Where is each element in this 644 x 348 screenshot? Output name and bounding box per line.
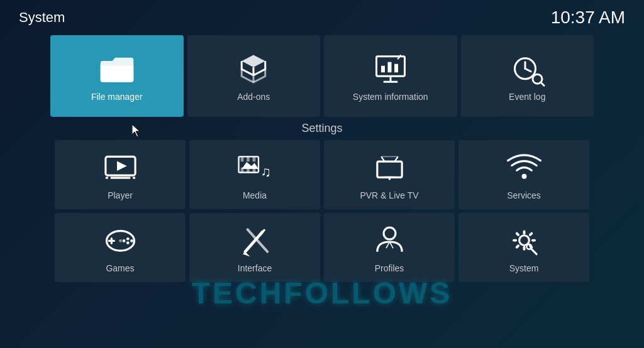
- services-icon: [505, 149, 543, 187]
- svg-point-40: [126, 241, 129, 244]
- header: System 10:37 AM: [0, 0, 644, 35]
- top-tiles-row: File manager Add-ons: [0, 35, 644, 117]
- event-log-icon: [508, 50, 546, 88]
- profiles-label: Profiles: [375, 263, 404, 273]
- svg-line-14: [541, 82, 544, 85]
- tile-system-information[interactable]: System information: [324, 35, 457, 117]
- profiles-icon: [370, 222, 408, 259]
- svg-point-38: [126, 237, 129, 241]
- svg-rect-22: [247, 156, 250, 161]
- system-label: System: [509, 263, 539, 273]
- svg-marker-16: [117, 161, 127, 171]
- svg-point-42: [119, 239, 122, 242]
- tile-system[interactable]: System: [458, 213, 589, 282]
- games-icon: [101, 222, 139, 259]
- svg-point-41: [122, 239, 125, 242]
- settings-row-2: Games Interface: [50, 213, 594, 282]
- page-title: System: [19, 9, 65, 26]
- svg-point-50: [519, 236, 529, 246]
- system-icon: [505, 222, 543, 259]
- pvr-live-tv-icon: [370, 149, 408, 187]
- tile-file-manager[interactable]: File manager: [50, 35, 184, 117]
- system-information-icon: [372, 50, 409, 88]
- player-label: Player: [108, 190, 133, 200]
- svg-line-46: [247, 229, 267, 251]
- player-icon: [101, 149, 139, 187]
- tile-games[interactable]: Games: [55, 213, 186, 282]
- file-manager-label: File manager: [91, 92, 143, 102]
- pvr-live-tv-label: PVR & Live TV: [360, 190, 418, 200]
- svg-rect-21: [240, 156, 243, 161]
- add-ons-label: Add-ons: [237, 92, 270, 102]
- services-label: Services: [507, 190, 541, 200]
- tile-player[interactable]: Player: [55, 140, 186, 209]
- svg-marker-0: [242, 55, 266, 68]
- settings-grid: Player ♫ Media: [0, 140, 644, 282]
- svg-point-34: [521, 174, 526, 179]
- tile-services[interactable]: Services: [458, 140, 589, 209]
- interface-label: Interface: [238, 263, 272, 273]
- event-log-label: Event log: [509, 92, 545, 102]
- tile-interface[interactable]: Interface: [189, 213, 320, 282]
- svg-point-39: [130, 239, 133, 242]
- system-information-label: System information: [353, 92, 428, 102]
- svg-rect-8: [394, 64, 398, 73]
- svg-rect-23: [252, 156, 255, 161]
- svg-rect-7: [387, 62, 391, 73]
- media-icon: ♫: [236, 149, 274, 187]
- settings-section-title: Settings: [0, 122, 644, 135]
- add-ons-icon: [235, 50, 272, 88]
- svg-point-47: [384, 227, 396, 239]
- tile-add-ons[interactable]: Add-ons: [187, 35, 321, 117]
- tile-profiles[interactable]: Profiles: [324, 213, 455, 282]
- media-label: Media: [243, 190, 267, 200]
- svg-rect-6: [381, 66, 385, 73]
- tile-event-log[interactable]: Event log: [461, 35, 594, 117]
- clock: 10:37 AM: [551, 8, 625, 28]
- svg-text:♫: ♫: [260, 164, 271, 180]
- tile-pvr-live-tv[interactable]: PVR & Live TV: [324, 140, 455, 209]
- svg-rect-28: [377, 161, 401, 177]
- svg-line-51: [530, 248, 536, 254]
- file-manager-icon: [98, 50, 136, 88]
- svg-line-12: [525, 68, 531, 72]
- settings-row-1: Player ♫ Media: [50, 140, 594, 209]
- tile-media[interactable]: ♫ Media: [189, 140, 320, 209]
- interface-icon: [236, 222, 274, 259]
- games-label: Games: [106, 263, 134, 273]
